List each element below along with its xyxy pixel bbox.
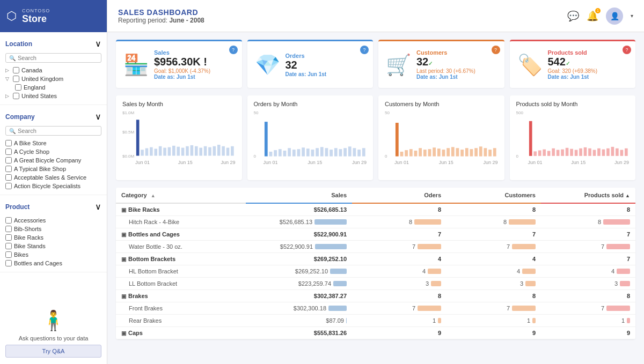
cell-customers: 7 [447, 228, 541, 241]
product-item[interactable]: Bib-Shorts [5, 225, 101, 233]
company-item[interactable]: A Typical Bike Shop [5, 165, 101, 173]
product-checkbox[interactable] [5, 260, 12, 266]
customers-bar [509, 219, 536, 225]
location-search-input[interactable] [18, 55, 98, 61]
product-checkbox[interactable] [5, 226, 12, 232]
customers-value: 32✓ [416, 56, 497, 68]
company-label: Action Bicycle Specialists [14, 183, 80, 189]
svg-rect-49 [419, 148, 422, 156]
company-checkbox[interactable] [5, 148, 12, 155]
col-orders-header[interactable]: Oders [352, 188, 447, 203]
product-checkbox[interactable] [5, 234, 12, 241]
cell-sales: $269,252.10 [246, 253, 352, 265]
table-row: Hitch Rack - 4-Bike $526,685.13 8 8 [116, 216, 635, 228]
company-section-header[interactable]: Company ∨ [5, 109, 101, 124]
customers-bar [512, 306, 536, 311]
company-item[interactable]: A Cycle Shop [5, 147, 101, 156]
company-item[interactable]: Action Bicycle Specialists [5, 182, 101, 190]
svg-rect-45 [400, 152, 404, 157]
company-checkbox[interactable] [5, 183, 12, 189]
orders-value-cell: 8 [438, 206, 441, 213]
customers-illustration: 🛒 [386, 53, 411, 77]
sales-info-icon[interactable]: ? [229, 46, 238, 54]
company-checkbox[interactable] [5, 174, 12, 181]
company-item[interactable]: Acceptable Sales & Service [5, 173, 101, 182]
location-us-label: United States [21, 93, 57, 99]
user-avatar[interactable]: 👤 [606, 8, 623, 25]
customers-date: Date as: Jun 1st [416, 74, 497, 80]
company-item[interactable]: A Great Bicycle Company [5, 156, 101, 165]
company-checkbox[interactable] [5, 166, 12, 172]
reporting-period-value: June - 2008 [169, 17, 204, 24]
products-value-cell: 3 [614, 280, 618, 287]
product-checkbox[interactable] [5, 217, 12, 224]
chat-icon[interactable]: 💬 [567, 10, 579, 22]
cell-category: ▣Bottles and Cages [116, 228, 246, 241]
svg-rect-4 [154, 148, 157, 155]
product-label: Accessories [14, 217, 46, 224]
company-item[interactable]: A Bike Store [5, 139, 101, 147]
location-section-header[interactable]: Location ∨ [5, 36, 101, 51]
cell-orders: 9 [352, 327, 447, 339]
svg-rect-70 [547, 151, 550, 155]
location-uk-checkbox[interactable] [13, 76, 19, 82]
product-checkbox[interactable] [5, 243, 12, 249]
svg-rect-10 [181, 148, 185, 156]
product-checkbox[interactable] [5, 251, 12, 258]
cell-customers: 8 [447, 216, 541, 228]
sales-value-cell: $526,685.13 [314, 206, 347, 213]
location-england[interactable]: England [15, 83, 101, 92]
customers-info-icon[interactable]: ? [492, 46, 500, 54]
orders-value-cell: 8 [409, 219, 412, 225]
location-us-checkbox[interactable] [13, 93, 19, 99]
cell-sales: $526,685.13 [246, 216, 352, 228]
product-item[interactable]: Bike Stands [5, 242, 101, 250]
svg-rect-35 [325, 148, 328, 156]
col-customers-header[interactable]: Customers [447, 188, 541, 203]
location-canada-checkbox[interactable] [13, 67, 19, 73]
location-us[interactable]: ▷ United States [5, 92, 101, 100]
company-search-input[interactable] [18, 128, 98, 134]
user-chevron-icon[interactable]: ▾ [631, 13, 633, 19]
svg-rect-79 [588, 148, 591, 156]
product-item[interactable]: Bottles and Cages [5, 259, 101, 268]
company-search-box[interactable]: 🔍 [5, 126, 101, 136]
cell-orders: 8 [352, 203, 447, 216]
col-category-header[interactable]: Category ▲ [116, 188, 246, 203]
table-row: Front Brakes $302,300.18 7 7 [116, 302, 635, 315]
customers-value-cell: 8 [532, 293, 536, 299]
customers-chart-svg [394, 116, 498, 159]
orders-value-cell: 7 [438, 231, 441, 237]
cell-customers: 9 [447, 327, 541, 339]
products-value-cell: 9 [627, 330, 630, 336]
product-item[interactable]: Accessories [5, 216, 101, 225]
data-table-card: Category ▲ Sales Oders Customers Product… [116, 188, 635, 339]
svg-rect-78 [583, 147, 587, 156]
location-canada[interactable]: ▷ Canada [5, 66, 101, 75]
orders-info-icon[interactable]: ? [360, 46, 369, 54]
category-sort-icon: ▲ [151, 193, 156, 198]
products-info-icon[interactable]: ? [623, 46, 631, 54]
product-item[interactable]: Bikes [5, 250, 101, 259]
qa-button[interactable]: Try Q&A [5, 345, 101, 358]
svg-rect-85 [616, 148, 619, 156]
svg-rect-31 [306, 148, 309, 156]
col-sales-header[interactable]: Sales [246, 188, 352, 203]
location-uk[interactable]: ▽ United Kingdom [5, 75, 101, 83]
customers-goal: Last period: 30 (+6.67%) [416, 68, 497, 74]
location-search-box[interactable]: 🔍 [5, 53, 101, 63]
sales-by-month-chart: Sales by Month $1.0M $0.5M $0.0M [116, 95, 242, 180]
product-item[interactable]: Bike Racks [5, 233, 101, 242]
sales-value-cell: $522,900.91 [314, 231, 347, 237]
company-checkbox[interactable] [5, 140, 12, 146]
col-products-header[interactable]: Products sold ▲ [541, 188, 635, 203]
svg-rect-40 [348, 146, 351, 156]
orders-chart-svg [264, 116, 367, 159]
company-checkbox[interactable] [5, 157, 12, 164]
product-section-header[interactable]: Product ∨ [5, 199, 101, 214]
orders-value-cell: 3 [426, 280, 429, 287]
svg-rect-56 [451, 147, 455, 156]
location-uk-label: United Kingdom [21, 76, 63, 82]
notification-icon[interactable]: 🔔 1 [587, 10, 598, 22]
location-england-checkbox[interactable] [15, 84, 21, 91]
